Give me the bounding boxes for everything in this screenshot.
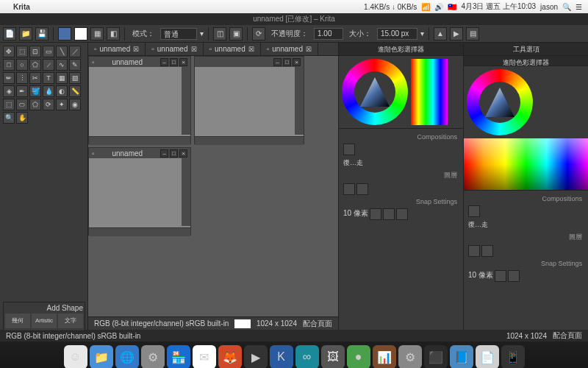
- mirror-v-button[interactable]: ▶: [450, 27, 463, 40]
- minimize-button[interactable]: –: [160, 58, 168, 66]
- addshape-tab-text[interactable]: 文字: [58, 314, 83, 328]
- bezier-tool[interactable]: ∿: [56, 59, 68, 71]
- select-rect-tool[interactable]: ⬚: [3, 99, 15, 110]
- doc-window-3[interactable]: ▫unnamed–□×: [88, 147, 191, 236]
- picker-tool[interactable]: 💧: [43, 85, 54, 97]
- select-free-tool[interactable]: ⟳: [43, 99, 54, 110]
- move-tool[interactable]: ✥: [3, 46, 15, 57]
- fill-tool[interactable]: 🪣: [29, 85, 41, 97]
- rect-tool[interactable]: □: [3, 59, 15, 71]
- mirror-h-button[interactable]: ▲: [434, 27, 447, 40]
- calligraphy-tool[interactable]: ✒: [16, 85, 28, 97]
- open-button[interactable]: 📁: [19, 27, 32, 40]
- deform-tool[interactable]: ◈: [3, 85, 15, 97]
- maximize-button[interactable]: □: [170, 58, 178, 66]
- dock-item[interactable]: ∞: [295, 345, 319, 368]
- snap-btn[interactable]: [396, 208, 408, 220]
- hue-strip[interactable]: [411, 59, 448, 125]
- mode-select[interactable]: 普通: [160, 28, 197, 40]
- tab-2[interactable]: ▫unnamed☒: [146, 43, 203, 55]
- select-color-tool[interactable]: ◉: [69, 99, 81, 110]
- dock-item[interactable]: 📘: [450, 345, 473, 368]
- layer-btn[interactable]: [343, 183, 355, 195]
- pattern-tool[interactable]: ▨: [69, 72, 81, 84]
- hue-wheel[interactable]: [342, 59, 408, 125]
- comp-btn[interactable]: [468, 205, 480, 217]
- user-name[interactable]: jason: [540, 3, 558, 11]
- select-poly-tool[interactable]: ⬠: [29, 99, 41, 110]
- tab-1[interactable]: ▫unnamed☒: [88, 43, 146, 55]
- sv-triangle[interactable]: [485, 88, 514, 117]
- pan-tool[interactable]: ✋: [16, 112, 28, 124]
- color-spectrum[interactable]: [464, 138, 588, 190]
- gradient-button[interactable]: ◧: [107, 27, 120, 40]
- zoom-tool[interactable]: 🔍: [3, 112, 15, 124]
- dock-item[interactable]: ⚙: [141, 345, 165, 368]
- clock[interactable]: 4月3日 週五 上午10:03: [461, 1, 536, 12]
- reload-button[interactable]: ⟳: [252, 27, 265, 40]
- canvas[interactable]: [89, 67, 190, 136]
- snap-btn[interactable]: [508, 270, 520, 282]
- maximize-button[interactable]: □: [170, 149, 178, 158]
- chevron-down-icon[interactable]: ▾: [200, 29, 204, 38]
- addshape-tab-artistic[interactable]: Artistic: [32, 314, 57, 328]
- app-menu[interactable]: Krita: [13, 3, 30, 11]
- gradient-tool[interactable]: ▦: [56, 72, 68, 84]
- dock-item[interactable]: 📁: [90, 345, 113, 368]
- multi-tool[interactable]: ⋮: [16, 72, 28, 84]
- polygon-tool[interactable]: ⬠: [29, 59, 41, 71]
- snap-btn[interactable]: [383, 208, 395, 220]
- line-tool[interactable]: ／: [69, 46, 81, 57]
- dock-item[interactable]: ⚙: [398, 345, 422, 368]
- wifi-icon[interactable]: 📶: [421, 3, 430, 11]
- scrollbar-v[interactable]: [182, 158, 190, 226]
- close-icon[interactable]: ☒: [248, 46, 254, 53]
- layer-btn[interactable]: [481, 245, 493, 257]
- scrollbar-h[interactable]: [195, 136, 304, 145]
- menu-icon[interactable]: ☰: [576, 3, 582, 11]
- addshape-tab-geom[interactable]: 幾何: [5, 314, 30, 328]
- volume-icon[interactable]: 🔊: [434, 3, 443, 11]
- flag-icon[interactable]: 🇹🇼: [448, 3, 456, 11]
- snap-btn[interactable]: [495, 270, 506, 282]
- dock-item[interactable]: 📱: [501, 345, 525, 368]
- close-icon[interactable]: ☒: [191, 46, 197, 53]
- dock-item[interactable]: 🏪: [167, 345, 190, 368]
- dock-item[interactable]: 📊: [373, 345, 396, 368]
- scrollbar-v[interactable]: [182, 67, 190, 135]
- alpha-button[interactable]: ▣: [229, 27, 243, 40]
- measure-tool[interactable]: 📏: [69, 85, 81, 97]
- close-button[interactable]: ×: [179, 149, 187, 158]
- canvas[interactable]: [195, 67, 304, 136]
- size-input[interactable]: 15.00 px: [377, 28, 417, 40]
- fit-select[interactable]: 配合頁面: [553, 330, 582, 341]
- close-icon[interactable]: ☒: [133, 46, 139, 53]
- tab-4[interactable]: ▫unnamed☒: [261, 43, 318, 55]
- canvas[interactable]: [89, 158, 190, 227]
- close-button[interactable]: ×: [293, 58, 301, 66]
- search-icon[interactable]: 🔍: [562, 3, 571, 11]
- layer-btn[interactable]: [356, 183, 368, 195]
- select-contig-tool[interactable]: ✦: [56, 99, 68, 110]
- new-button[interactable]: 📄: [3, 27, 16, 40]
- close-icon[interactable]: ☒: [306, 46, 312, 53]
- doc-window-1[interactable]: ▫unnamed–□×: [88, 56, 191, 144]
- assist-tool[interactable]: ◐: [56, 85, 68, 97]
- text-tool[interactable]: T: [43, 72, 54, 84]
- transform-tool[interactable]: ⬚: [16, 46, 28, 57]
- edit-tool[interactable]: ✂: [29, 72, 41, 84]
- brush-tool[interactable]: ╲: [56, 46, 68, 57]
- dock-item[interactable]: 🖼: [321, 345, 345, 368]
- dock-item[interactable]: ☺: [64, 345, 87, 368]
- select-ellipse-tool[interactable]: ⬭: [16, 99, 28, 110]
- dock-item[interactable]: ▶: [244, 345, 268, 368]
- crop-tool[interactable]: ⊡: [29, 46, 41, 57]
- minimize-button[interactable]: –: [273, 58, 282, 66]
- opacity-input[interactable]: 1.00: [314, 28, 343, 40]
- dock-item[interactable]: ✉: [193, 345, 216, 368]
- dock-item[interactable]: ⬛: [424, 345, 448, 368]
- scrollbar-v[interactable]: [295, 67, 304, 135]
- dock-item[interactable]: 📄: [476, 345, 499, 368]
- color-fg[interactable]: [58, 27, 71, 40]
- dyna-tool[interactable]: ✏: [3, 72, 15, 84]
